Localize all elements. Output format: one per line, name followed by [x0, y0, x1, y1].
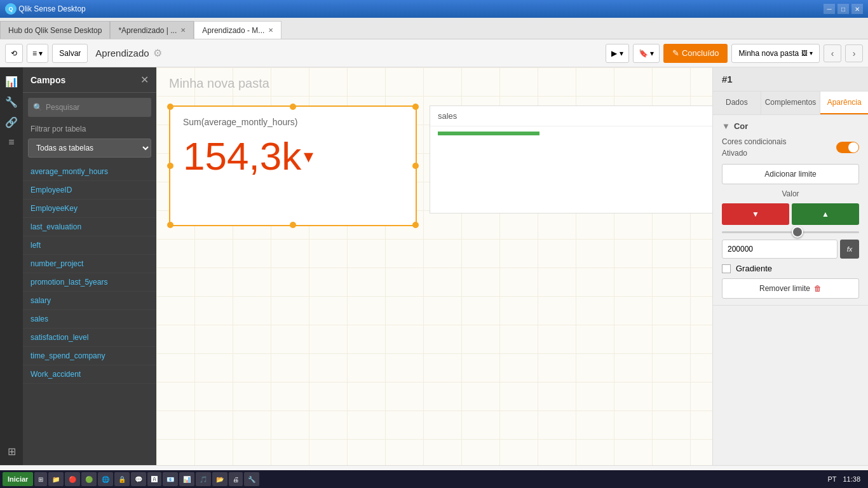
valor-label: Valor: [722, 189, 859, 198]
taskbar-item-6[interactable]: 🔒: [114, 472, 130, 486]
tab-aparencia[interactable]: Aparência: [820, 92, 868, 114]
field-last-evaluation[interactable]: last_evaluation: [23, 218, 156, 236]
slider-track: [722, 231, 859, 233]
prev-sheet-button[interactable]: ‹: [824, 44, 841, 62]
bookmark-button[interactable]: 🔖 ▾: [633, 44, 660, 63]
field-employeekey[interactable]: EmployeeKey: [23, 200, 156, 218]
tab-dados[interactable]: Dados: [713, 92, 761, 114]
toggle-knob: [848, 142, 858, 152]
taskbar-item-13[interactable]: 🖨: [229, 472, 243, 486]
taskbar-item-8[interactable]: 🅰: [147, 472, 161, 486]
color-green-button[interactable]: ▲: [792, 203, 859, 225]
color-red-button[interactable]: ▼: [722, 203, 789, 225]
add-limit-button[interactable]: Adicionar limite: [722, 164, 859, 184]
tab-aprendizado2[interactable]: Aprendizado - M... ✕: [194, 21, 281, 39]
sidebar-icons: 📊 🔧 🔗 ≡ ⊞: [0, 67, 23, 465]
field-employeeid[interactable]: EmployeeID: [23, 181, 156, 200]
tab-hub[interactable]: Hub do Qlik Sense Desktop: [0, 21, 110, 39]
taskbar-item-9[interactable]: 📧: [163, 472, 178, 486]
search-wrapper: 🔍: [28, 98, 151, 117]
tab-aprendizado1[interactable]: *Aprendizado | ... ✕: [110, 21, 194, 39]
taskbar-item-3[interactable]: 🔴: [65, 472, 80, 486]
close-button[interactable]: ✕: [851, 4, 863, 14]
cores-label: Cores condicionais: [722, 137, 831, 146]
taskbar-item-12[interactable]: 📂: [212, 472, 227, 486]
taskbar-item-11[interactable]: 🎵: [196, 472, 211, 486]
sidebar-icon-links[interactable]: 🔗: [3, 113, 20, 131]
panel-close-button[interactable]: ✕: [140, 74, 149, 86]
toolbar-right: ▶ ▾ 🔖 ▾ ✎ Concluído Minha nova pasta 🖼 ▾…: [606, 44, 863, 63]
tab-close-1[interactable]: ✕: [180, 27, 186, 34]
taskbar-item-7[interactable]: 💬: [131, 472, 146, 486]
pasta-button[interactable]: Minha nova pasta 🖼 ▾: [731, 44, 820, 63]
toggle-cores-condicionais[interactable]: [836, 142, 859, 153]
taskbar-item-5[interactable]: 🌐: [98, 472, 113, 486]
value-input[interactable]: [722, 240, 837, 259]
field-work-accident[interactable]: Work_accident: [23, 365, 156, 384]
minimize-button[interactable]: ─: [824, 4, 835, 14]
taskbar-item-2[interactable]: 📁: [48, 472, 64, 486]
table-select[interactable]: Todas as tabelas: [28, 139, 151, 158]
kpi-inner: Sum(average_montly_hours) 154,3k ▾: [170, 107, 416, 189]
field-satisfaction[interactable]: satisfaction_level: [23, 329, 156, 347]
panel-number: #1: [713, 67, 868, 92]
done-icon: ✎: [672, 48, 679, 58]
field-promotion[interactable]: promotion_last_5years: [23, 273, 156, 292]
taskbar-item-14[interactable]: 🔧: [244, 472, 259, 486]
sidebar-icon-charts[interactable]: 📊: [3, 72, 20, 90]
search-icon: 🔍: [33, 103, 43, 112]
field-average-montly-hours[interactable]: average_montly_hours: [23, 163, 156, 181]
tab-close-2[interactable]: ✕: [268, 27, 273, 34]
field-number-project[interactable]: number_project: [23, 255, 156, 273]
done-button[interactable]: ✎ Concluído: [663, 44, 728, 63]
handle-middle-right[interactable]: [412, 163, 419, 169]
sales-widget[interactable]: sales: [430, 105, 712, 214]
kpi-widget[interactable]: Sum(average_montly_hours) 154,3k ▾: [169, 105, 417, 226]
handle-bottom-right[interactable]: [412, 222, 419, 228]
nav-dropdown[interactable]: ≡ ▾: [27, 44, 48, 63]
search-input[interactable]: [28, 98, 151, 117]
kpi-caret[interactable]: ▾: [304, 145, 313, 167]
fx-button[interactable]: fx: [840, 240, 859, 259]
sidebar-icon-fields[interactable]: 🔧: [3, 93, 20, 111]
remove-limit-button[interactable]: Remover limite 🗑: [722, 278, 859, 299]
field-time-spend[interactable]: time_spend_company: [23, 347, 156, 365]
handle-top-left[interactable]: [167, 104, 173, 110]
slider-row: [722, 231, 859, 233]
sales-bar: [438, 132, 539, 135]
next-sheet-button[interactable]: ›: [845, 44, 863, 62]
field-sales[interactable]: sales: [23, 310, 156, 329]
sidebar-icon-bottom[interactable]: ⊞: [3, 442, 20, 460]
section-arrow: ▼: [722, 121, 730, 131]
filter-label: Filtrar por tabela: [23, 122, 156, 136]
presentation-button[interactable]: ▶ ▾: [606, 44, 628, 63]
tab-complementos[interactable]: Complementos: [761, 92, 821, 114]
field-left[interactable]: left: [23, 236, 156, 255]
sidebar-icon-layers[interactable]: ≡: [3, 133, 20, 151]
taskbar: Iniciar ⊞ 📁 🔴 🟢 🌐 🔒 💬 🅰 📧 📊 🎵 📂 🖨 🔧 PT 1…: [0, 470, 868, 488]
back-button[interactable]: ⟲: [5, 44, 23, 63]
app-title: Aprendizado ⚙: [95, 47, 602, 59]
restore-button[interactable]: □: [837, 4, 849, 14]
handle-top-right[interactable]: [412, 104, 419, 110]
taskbar-item-1[interactable]: ⊞: [34, 472, 47, 486]
slider-thumb[interactable]: [792, 226, 803, 238]
gradiente-checkbox[interactable]: [722, 264, 731, 273]
field-salary[interactable]: salary: [23, 292, 156, 310]
taskbar-clock: 11:38: [837, 475, 865, 483]
canvas-area[interactable]: Minha nova pasta Sum(average_montly_hour…: [156, 67, 712, 465]
handle-middle-left[interactable]: [167, 163, 173, 169]
handle-top-center[interactable]: [290, 104, 296, 110]
color-sliders: ▼ ▲: [722, 203, 859, 225]
start-button[interactable]: Iniciar: [3, 472, 33, 486]
taskbar-item-10[interactable]: 📊: [179, 472, 194, 486]
section-header-cor[interactable]: ▼ Cor: [722, 121, 859, 131]
handle-bottom-left[interactable]: [167, 222, 173, 228]
toolbar: ⟲ ≡ ▾ Salvar Aprendizado ⚙ ▶ ▾ 🔖 ▾ ✎ Con…: [0, 39, 868, 67]
right-panel: #1 Dados Complementos Aparência ▼ Cor Co…: [712, 67, 868, 465]
handle-bottom-center[interactable]: [290, 222, 296, 228]
taskbar-item-4[interactable]: 🟢: [81, 472, 97, 486]
save-button[interactable]: Salvar: [52, 44, 88, 63]
kpi-label: Sum(average_montly_hours): [183, 117, 403, 127]
main-area: 📊 🔧 🔗 ≡ ⊞ Campos ✕ 🔍 Filtrar por tabela …: [0, 67, 868, 465]
